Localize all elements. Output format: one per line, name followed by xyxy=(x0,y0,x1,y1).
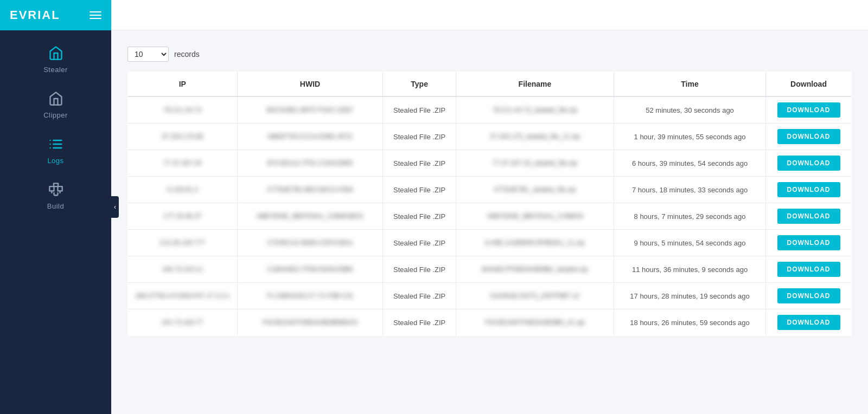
table-header-row: IP HWID Type Filename Time Download xyxy=(128,72,852,97)
table-row: 188.37700.A7U400-P47.J7 3.3.1F1.33B32202… xyxy=(128,283,852,309)
cell-ip: 146.73.210.11 xyxy=(128,256,238,283)
cell-filename: 510A81B.31073_1007F8B7.12 xyxy=(456,283,614,309)
cell-hwid: A8B7D03E_8B07D4A1_CAB8A9E01 xyxy=(237,203,383,230)
svg-rect-8 xyxy=(53,183,58,186)
download-button[interactable]: DOWNLOAD xyxy=(777,209,840,224)
cell-hwid: A77D4E7B1-BE0-B4CA-F004 xyxy=(237,177,383,203)
cell-time: 8 hours, 7 minutes, 29 seconds ago xyxy=(614,203,766,230)
sidebar-item-stealer-label: Stealer xyxy=(43,66,68,74)
cell-download: DOWNLOAD xyxy=(766,309,852,336)
cell-hwid: B4C3A9E1-BF07-F0AC-2D67 xyxy=(237,96,383,124)
cell-ip: 77.37.207.33 xyxy=(128,150,238,177)
cell-type: Stealed File .ZIP xyxy=(383,203,456,230)
cell-ip: 177.33.46.37 xyxy=(128,203,238,230)
download-button[interactable]: DOWNLOAD xyxy=(777,288,840,303)
cell-download: DOWNLOAD xyxy=(766,96,852,124)
records-bar: 10 25 50 100 records xyxy=(127,47,852,62)
table-row: 37.204.170.66A8B2F7E3-CC14-E0B1-4F21Stea… xyxy=(128,124,852,150)
cell-filename: F4C0E2A87F08D3A9E8B0_41.zip xyxy=(456,309,614,336)
sidebar-item-logs[interactable]: Logs xyxy=(0,127,111,172)
download-button[interactable]: DOWNLOAD xyxy=(777,129,840,144)
cell-ip: 37.204.170.66 xyxy=(128,124,238,150)
cell-type: Stealed File .ZIP xyxy=(383,256,456,283)
cell-filename: 37.204.170_stealed_file_11.zip xyxy=(456,124,614,150)
download-button[interactable]: DOWNLOAD xyxy=(777,315,840,330)
cell-hwid: B7C4D1A2-7F01-C3A9-E800 xyxy=(237,150,383,177)
cell-download: DOWNLOAD xyxy=(766,150,852,177)
col-header-ip: IP xyxy=(128,72,238,97)
cell-download: DOWNLOAD xyxy=(766,177,852,203)
cell-ip: 241.73.163.77 xyxy=(128,309,238,336)
sidebar-item-clipper-label: Clipper xyxy=(43,111,68,119)
sidebar-logo: EVRIAL xyxy=(10,8,60,22)
cell-type: Stealed File .ZIP xyxy=(383,283,456,309)
svg-rect-6 xyxy=(49,186,54,191)
clipper-icon xyxy=(48,91,63,108)
cell-time: 6 hours, 39 minutes, 54 seconds ago xyxy=(614,150,766,177)
sidebar-item-build[interactable]: Build xyxy=(0,172,111,218)
cell-download: DOWNLOAD xyxy=(766,124,852,150)
cell-time: 18 hours, 26 minutes, 59 seconds ago xyxy=(614,309,766,336)
download-button[interactable]: DOWNLOAD xyxy=(777,262,840,277)
cell-hwid: A8B2F7E3-CC14-E0B1-4F21 xyxy=(237,124,383,150)
cell-time: 1 hour, 39 minutes, 55 seconds ago xyxy=(614,124,766,150)
records-label: records xyxy=(174,50,200,59)
table-row: 146.73.210.11C1B4A0E2-7F08-D3A9-E8B0Stea… xyxy=(128,256,852,283)
download-button[interactable]: DOWNLOAD xyxy=(777,235,840,250)
cell-type: Stealed File .ZIP xyxy=(383,177,456,203)
cell-download: DOWNLOAD xyxy=(766,230,852,256)
cell-type: Stealed File .ZIP xyxy=(383,124,456,150)
sidebar-item-stealer[interactable]: Stealer xyxy=(0,36,111,81)
download-button[interactable]: DOWNLOAD xyxy=(777,182,840,197)
download-button[interactable]: DOWNLOAD xyxy=(777,156,840,171)
cell-type: Stealed File .ZIP xyxy=(383,230,456,256)
cell-filename: 78.211.44.73_stealed_file.zip xyxy=(456,96,614,124)
cell-hwid: F4C0E2A87F08D3A9E8B0B4C0 xyxy=(237,309,383,336)
home-icon xyxy=(48,46,63,63)
records-per-page-select[interactable]: 10 25 50 100 xyxy=(127,47,169,62)
svg-rect-7 xyxy=(58,186,62,191)
cell-hwid: C7D4E1A2-B000-C3F9-E8A1 xyxy=(237,230,383,256)
cell-download: DOWNLOAD xyxy=(766,203,852,230)
cell-download: DOWNLOAD xyxy=(766,283,852,309)
cell-type: Stealed File .ZIP xyxy=(383,309,456,336)
table-row: 177.33.46.37A8B7D03E_8B07D4A1_CAB8A9E01S… xyxy=(128,203,852,230)
sidebar: EVRIAL Stealer Clipper xyxy=(0,0,111,414)
hamburger-button[interactable] xyxy=(90,11,101,19)
build-icon xyxy=(48,182,63,199)
cell-ip: 188.37700.A7U400-P47.J7 3.3.1 xyxy=(128,283,238,309)
table-row: 213.26.130.777C7D4E1A2-B000-C3F9-E8A1Ste… xyxy=(128,230,852,256)
cell-filename: B4A0E27F08D3A9E8B0_stealed.zip xyxy=(456,256,614,283)
col-header-filename: Filename xyxy=(456,72,614,97)
cell-filename: 8.A8E.1A2B000C3F9E8A1_11.zip xyxy=(456,230,614,256)
cell-ip: 213.26.130.777 xyxy=(128,230,238,256)
sidebar-collapse-arrow[interactable]: ‹ xyxy=(111,196,119,218)
table-row: 5.129.91.3A77D4E7B1-BE0-B4CA-F004Stealed… xyxy=(128,177,852,203)
cell-ip: 78.211.44.73 xyxy=(128,96,238,124)
logs-table: IP HWID Type Filename Time Download 78.2… xyxy=(127,72,852,336)
cell-time: 11 hours, 36 minutes, 9 seconds ago xyxy=(614,256,766,283)
sidebar-item-clipper[interactable]: Clipper xyxy=(0,81,111,127)
table-row: 241.73.163.77F4C0E2A87F08D3A9E8B0B4C0Ste… xyxy=(128,309,852,336)
logs-icon xyxy=(48,137,63,154)
table-row: 77.37.207.33B7C4D1A2-7F01-C3A9-E800Steal… xyxy=(128,150,852,177)
cell-filename: 477D4E7B1_stealed_file.zip xyxy=(456,177,614,203)
cell-download: DOWNLOAD xyxy=(766,256,852,283)
sidebar-item-logs-label: Logs xyxy=(47,157,63,165)
main-body: 10 25 50 100 records IP HWID Type Filena… xyxy=(111,30,868,414)
sidebar-header: EVRIAL xyxy=(0,0,111,30)
cell-ip: 5.129.91.3 xyxy=(128,177,238,203)
cell-time: 52 minutes, 30 seconds ago xyxy=(614,96,766,124)
topbar xyxy=(111,0,868,30)
sidebar-item-build-label: Build xyxy=(47,202,64,210)
cell-time: 17 hours, 28 minutes, 19 seconds ago xyxy=(614,283,766,309)
col-header-time: Time xyxy=(614,72,766,97)
cell-filename: 77.37.207.33_stealed_file.zip xyxy=(456,150,614,177)
cell-type: Stealed File .ZIP xyxy=(383,150,456,177)
cell-time: 7 hours, 18 minutes, 33 seconds ago xyxy=(614,177,766,203)
col-header-download: Download xyxy=(766,72,852,97)
cell-time: 9 hours, 5 minutes, 54 seconds ago xyxy=(614,230,766,256)
cell-hwid: F1.33B32202.C7-71-F0B-C31 xyxy=(237,283,383,309)
sidebar-nav: Stealer Clipper Logs xyxy=(0,30,111,218)
download-button[interactable]: DOWNLOAD xyxy=(777,102,840,118)
